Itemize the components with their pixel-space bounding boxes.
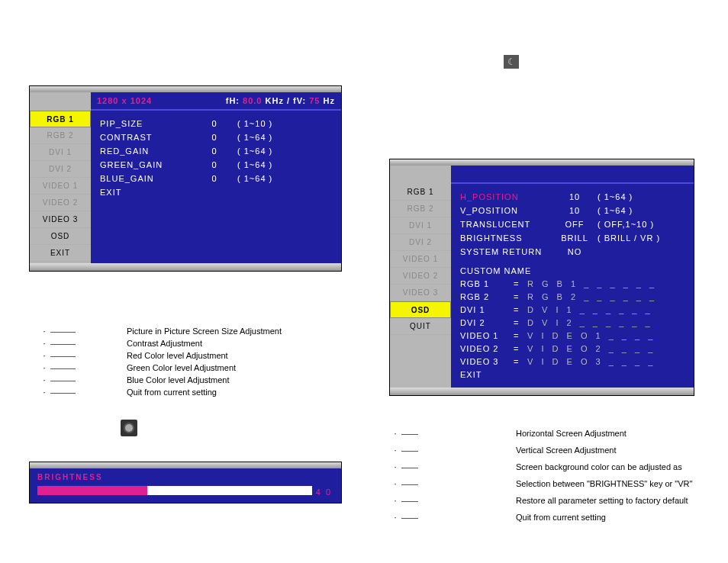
param-value: NO xyxy=(552,247,598,256)
sidebar-item-video-3[interactable]: VIDEO 3 xyxy=(30,211,91,228)
osd-body: RGB 1RGB 2DVI 1DVI 2VIDEO 1VIDEO 2VIDEO … xyxy=(30,111,341,263)
param-row[interactable]: BRIGHTNESSBRILL( BRILL / VR ) xyxy=(460,231,685,245)
custom-name-value: V I D E O 3 _ _ _ _ xyxy=(527,357,656,366)
description-text: Screen background color can be adjusted … xyxy=(516,461,682,473)
sidebar-item-quit[interactable]: QUIT xyxy=(390,318,451,335)
custom-name-row[interactable]: VIDEO 3=V I D E O 3 _ _ _ _ xyxy=(460,355,685,368)
sidebar-item-video-1[interactable]: VIDEO 1 xyxy=(390,251,451,268)
param-label: EXIT xyxy=(460,370,552,379)
panel-footer-strip xyxy=(30,263,341,271)
brightness-track[interactable] xyxy=(37,486,312,495)
equals-sign: = xyxy=(514,357,527,366)
exit-row[interactable]: EXIT xyxy=(460,368,685,381)
param-row[interactable]: V_POSITION10( 1~64 ) xyxy=(460,204,685,217)
param-row[interactable]: BLUE_GAIN0( 1~64 ) xyxy=(100,172,332,185)
sidebar-item-video-2[interactable]: VIDEO 2 xyxy=(390,268,451,285)
bullet-icon: · xyxy=(389,444,401,456)
brightness-label: BRIGHTNESS xyxy=(37,473,333,481)
brightness-fill xyxy=(37,486,147,495)
equals-sign: = xyxy=(514,305,527,314)
sidebar-item-dvi-1[interactable]: DVI 1 xyxy=(390,217,451,234)
dash-separator: ——— xyxy=(50,337,127,349)
header-left-spacer xyxy=(30,92,91,111)
custom-name-key: VIDEO 1 xyxy=(460,331,514,340)
dash-separator: —— xyxy=(401,427,516,439)
sidebar-item-rgb-1[interactable]: RGB 1 xyxy=(390,184,451,201)
osd-sidebar: RGB 1RGB 2DVI 1DVI 2VIDEO 1VIDEO 2VIDEO … xyxy=(390,184,451,388)
sidebar-item-video-3[interactable]: VIDEO 3 xyxy=(390,285,451,301)
param-row[interactable]: CONTRAST0( 1~64 ) xyxy=(100,130,332,144)
custom-name-value: R G B 1 _ _ _ _ _ _ xyxy=(527,279,657,288)
sidebar-item-rgb-2[interactable]: RGB 2 xyxy=(390,201,451,217)
description-text: Red Color level Adjustment xyxy=(127,349,228,362)
param-value: OFF xyxy=(552,220,598,229)
description-row: ·—— Vertical Screen Adjustment xyxy=(389,444,692,456)
param-label: TRANSLUCENT xyxy=(460,220,552,229)
brightbar-top-strip xyxy=(30,462,341,468)
dash-separator: —— xyxy=(401,461,516,473)
osd-panel-rgb: 1280 x 1024 fH: 80.0 KHz / fV: 75 Hz RGB… xyxy=(29,85,342,272)
description-row: ·—— Quit from current setting xyxy=(389,511,692,523)
dash-separator: —— xyxy=(401,494,516,507)
sidebar-item-dvi-1[interactable]: DVI 1 xyxy=(30,144,91,161)
custom-name-row[interactable]: RGB 2=R G B 2 _ _ _ _ _ _ xyxy=(460,290,685,303)
param-range: ( 1~64 ) xyxy=(237,133,306,142)
equals-sign: = xyxy=(514,344,527,353)
param-value: 10 xyxy=(552,192,598,201)
description-list-osd: ·—— Horizontal Screen Adjustment·—— Vert… xyxy=(389,427,692,528)
custom-name-key: DVI 1 xyxy=(460,305,514,314)
description-text: Quit from current setting xyxy=(127,386,217,398)
dash-separator: —— xyxy=(401,511,516,523)
param-range: ( 1~64 ) xyxy=(598,192,666,201)
sidebar-item-rgb-2[interactable]: RGB 2 xyxy=(30,127,91,144)
param-value: 0 xyxy=(192,160,237,169)
param-row[interactable]: EXIT xyxy=(100,185,332,199)
sidebar-item-osd[interactable]: OSD xyxy=(390,301,451,318)
param-value: BRILL xyxy=(552,233,598,243)
dash-separator: ——— xyxy=(50,349,127,362)
param-label: PIP_SIZE xyxy=(100,119,192,128)
param-range: ( 1~10 ) xyxy=(237,119,306,128)
param-label: SYSTEM RETURN xyxy=(460,247,552,256)
param-row[interactable]: GREEN_GAIN0( 1~64 ) xyxy=(100,158,332,172)
moon-icon: ☾ xyxy=(504,55,519,69)
frequency-text: fH: 80.0 KHz / fV: 75 Hz xyxy=(226,96,335,105)
sidebar-item-exit[interactable]: EXIT xyxy=(30,245,91,262)
custom-name-heading: CUSTOM NAME xyxy=(460,266,685,275)
custom-name-value: V I D E O 2 _ _ _ _ xyxy=(527,344,656,353)
param-range: ( BRILL / VR ) xyxy=(598,233,666,243)
param-row[interactable]: RED_GAIN0( 1~64 ) xyxy=(100,144,332,158)
brightness-value: 4 0 xyxy=(316,487,332,497)
sidebar-item-video-1[interactable]: VIDEO 1 xyxy=(30,178,91,195)
param-row[interactable]: SYSTEM RETURNNO xyxy=(460,245,685,259)
osd-body: RGB 1RGB 2DVI 1DVI 2VIDEO 1VIDEO 2VIDEO … xyxy=(390,184,694,388)
bullet-icon: · xyxy=(38,386,50,398)
sidebar-item-rgb-1[interactable]: RGB 1 xyxy=(30,111,91,127)
custom-name-row[interactable]: DVI 2=D V I 2 _ _ _ _ _ _ xyxy=(460,316,685,329)
equals-sign: = xyxy=(514,331,527,340)
custom-name-row[interactable]: VIDEO 2=V I D E O 2 _ _ _ _ xyxy=(460,342,685,355)
param-range: ( 1~64 ) xyxy=(237,146,306,156)
description-row: ·——— Green Color level Adjustment xyxy=(38,362,282,374)
custom-name-key: VIDEO 2 xyxy=(460,344,514,353)
description-text: Picture in Picture Screen Size Adjustmen… xyxy=(127,325,282,337)
sidebar-item-dvi-2[interactable]: DVI 2 xyxy=(390,234,451,251)
sidebar-item-osd[interactable]: OSD xyxy=(30,228,91,245)
bullet-icon: · xyxy=(389,461,401,473)
custom-name-row[interactable]: VIDEO 1=V I D E O 1 _ _ _ _ xyxy=(460,329,685,342)
param-row[interactable]: TRANSLUCENTOFF( OFF,1~10 ) xyxy=(460,217,685,231)
param-row[interactable]: PIP_SIZE0( 1~10 ) xyxy=(100,117,332,130)
param-label: BRIGHTNESS xyxy=(460,233,552,243)
description-row: ·—— Horizontal Screen Adjustment xyxy=(389,427,692,439)
param-value: 0 xyxy=(192,119,237,128)
param-value: 10 xyxy=(552,206,598,215)
description-row: ·—— Screen background color can be adjus… xyxy=(389,461,692,473)
sidebar-item-video-2[interactable]: VIDEO 2 xyxy=(30,195,91,211)
custom-name-row[interactable]: DVI 1=D V I 1 _ _ _ _ _ _ xyxy=(460,303,685,316)
bullet-icon: · xyxy=(38,374,50,386)
param-row[interactable]: H_POSITION10( 1~64 ) xyxy=(460,190,685,204)
bullet-icon: · xyxy=(389,427,401,439)
osd-sidebar: RGB 1RGB 2DVI 1DVI 2VIDEO 1VIDEO 2VIDEO … xyxy=(30,111,91,263)
sidebar-item-dvi-2[interactable]: DVI 2 xyxy=(30,161,91,178)
custom-name-row[interactable]: RGB 1=R G B 1 _ _ _ _ _ _ xyxy=(460,277,685,290)
